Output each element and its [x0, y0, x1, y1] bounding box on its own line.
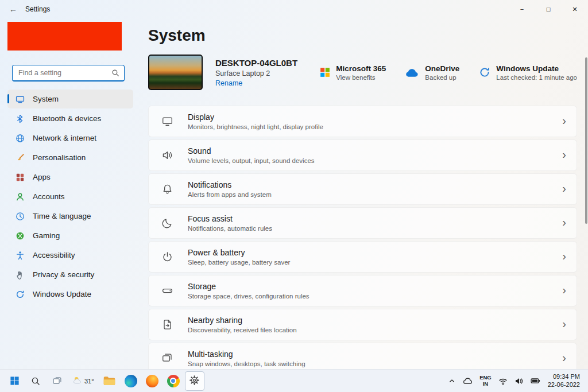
chrome-icon-center — [170, 378, 176, 384]
settings-taskbar-button[interactable] — [185, 371, 204, 391]
tray-date: 22-06-2022 — [548, 381, 580, 389]
settings-row-notifications[interactable]: NotificationsAlerts from apps and system… — [148, 173, 577, 205]
tray-time: 09:34 PM — [553, 373, 580, 381]
tray-expand-button[interactable] — [445, 371, 459, 391]
power-battery-icon — [161, 251, 174, 263]
nearby-sharing-icon — [161, 319, 174, 331]
volume-icon[interactable] — [512, 371, 527, 391]
close-button[interactable]: ✕ — [562, 0, 588, 18]
selected-indicator — [7, 94, 9, 103]
settings-row-storage[interactable]: StorageStorage space, drives, configurat… — [148, 275, 577, 306]
windows-update-icon — [479, 67, 490, 78]
sidebar-item-bluetooth-devices[interactable]: Bluetooth & devices — [7, 109, 133, 128]
wifi-icon[interactable] — [496, 371, 510, 391]
page-title: System — [148, 26, 577, 45]
weather-widget-button[interactable]: 31° — [68, 371, 98, 391]
edge-icon — [125, 375, 137, 387]
language-line1: ENG — [479, 375, 492, 381]
chevron-right-icon: › — [562, 183, 566, 196]
accessibility-icon — [16, 251, 25, 260]
settings-row-nearby-sharing[interactable]: Nearby sharingDiscoverability, received … — [148, 309, 577, 340]
sidebar-item-gaming[interactable]: Gaming — [7, 226, 133, 245]
personalisation-icon — [16, 153, 25, 162]
system-tray: ENG IN 09:34 PM 22-06-2022 — [445, 371, 583, 391]
taskbar: 31° ENG IN — [0, 369, 588, 392]
search-box — [12, 65, 125, 81]
weather-temperature: 31° — [84, 378, 94, 385]
sidebar-item-windows-update[interactable]: Windows Update — [7, 285, 133, 304]
time-language-icon — [16, 212, 25, 221]
window-controls: − □ ✕ — [509, 0, 588, 18]
chrome-button[interactable] — [164, 371, 183, 391]
chevron-right-icon: › — [562, 284, 566, 297]
device-thumbnail — [148, 55, 203, 90]
device-model: Surface Laptop 2 — [215, 69, 297, 77]
apps-icon — [16, 173, 25, 182]
main-content: System DESKTOP-04GL0BT Surface Laptop 2 … — [141, 18, 588, 369]
edge-button[interactable] — [121, 371, 141, 391]
settings-row-power-battery[interactable]: Power & batterySleep, battery usage, bat… — [148, 241, 577, 273]
settings-window: ← Settings − □ ✕ System — [0, 0, 588, 392]
chevron-right-icon: › — [562, 250, 566, 263]
battery-icon[interactable] — [528, 371, 543, 391]
taskbar-search-button[interactable] — [26, 371, 45, 391]
window-title: Settings — [25, 5, 50, 13]
clock[interactable]: 09:34 PM 22-06-2022 — [544, 371, 583, 391]
gear-icon — [189, 375, 200, 387]
search-input[interactable] — [13, 69, 111, 77]
storage-icon — [161, 285, 174, 297]
system-icon — [16, 95, 25, 104]
chevron-right-icon: › — [562, 149, 566, 162]
status-card-windows-update[interactable]: Windows Update Last checked: 1 minute ag… — [479, 64, 577, 81]
search-icon[interactable] — [111, 69, 124, 77]
sidebar-item-privacy-security[interactable]: Privacy & security — [7, 265, 133, 284]
sidebar-item-accessibility[interactable]: Accessibility — [7, 246, 133, 265]
onedrive-tray-icon[interactable] — [460, 371, 475, 391]
sidebar-item-system[interactable]: System — [7, 90, 133, 108]
settings-row-multitasking[interactable]: Multi-taskingSnap windows, desktops, tas… — [148, 343, 577, 369]
taskbar-apps: 31° — [5, 371, 204, 391]
onedrive-icon — [405, 68, 419, 77]
maximize-button[interactable]: □ — [535, 0, 562, 18]
focus-assist-icon — [161, 217, 174, 229]
sidebar-item-personalisation[interactable]: Personalisation — [7, 148, 133, 167]
firefox-button[interactable] — [142, 371, 162, 391]
file-explorer-button[interactable] — [100, 371, 119, 391]
sound-icon — [161, 149, 174, 161]
start-button[interactable] — [5, 371, 24, 391]
notifications-icon — [161, 183, 174, 195]
redacted-account-block — [7, 22, 122, 51]
settings-row-sound[interactable]: SoundVolume levels, output, input, sound… — [148, 139, 577, 171]
multitasking-icon — [161, 352, 174, 364]
chevron-right-icon: › — [562, 318, 566, 331]
device-name: DESKTOP-04GL0BT — [215, 58, 297, 68]
chevron-right-icon: › — [562, 115, 566, 128]
sidebar-item-time-language[interactable]: Time & language — [7, 207, 133, 226]
chevron-right-icon: › — [562, 216, 566, 230]
settings-row-focus-assist[interactable]: Focus assistNotifications, automatic rul… — [148, 207, 577, 239]
gaming-icon — [16, 231, 25, 240]
sidebar-item-network-internet[interactable]: Network & internet — [7, 129, 133, 148]
language-line2: IN — [483, 381, 489, 387]
back-button[interactable]: ← — [2, 1, 24, 18]
minimize-button[interactable]: − — [509, 0, 535, 18]
app-body: System Bluetooth & devices Network & int… — [0, 18, 588, 369]
language-indicator[interactable]: ENG IN — [477, 371, 494, 391]
content-scrollbar[interactable] — [585, 57, 587, 224]
task-view-button[interactable] — [47, 371, 67, 391]
sidebar-nav: System Bluetooth & devices Network & int… — [0, 90, 141, 304]
microsoft-365-icon — [320, 67, 330, 77]
sidebar-item-accounts[interactable]: Accounts — [7, 187, 133, 206]
status-card-microsoft-365[interactable]: Microsoft 365 View benefits — [320, 64, 386, 81]
settings-row-display[interactable]: DisplayMonitors, brightness, night light… — [148, 106, 577, 137]
rename-link[interactable]: Rename — [215, 79, 297, 87]
sidebar-item-apps[interactable]: Apps — [7, 168, 133, 187]
bluetooth-icon — [16, 114, 25, 123]
device-info: DESKTOP-04GL0BT Surface Laptop 2 Rename — [215, 58, 297, 87]
windows-update-icon — [16, 290, 25, 299]
chevron-right-icon: › — [562, 352, 566, 365]
settings-list: DisplayMonitors, brightness, night light… — [148, 106, 577, 369]
status-card-group: Microsoft 365 View benefits OneDrive Bac… — [320, 64, 577, 81]
status-card-onedrive[interactable]: OneDrive Backed up — [405, 64, 459, 81]
display-icon — [161, 115, 174, 127]
